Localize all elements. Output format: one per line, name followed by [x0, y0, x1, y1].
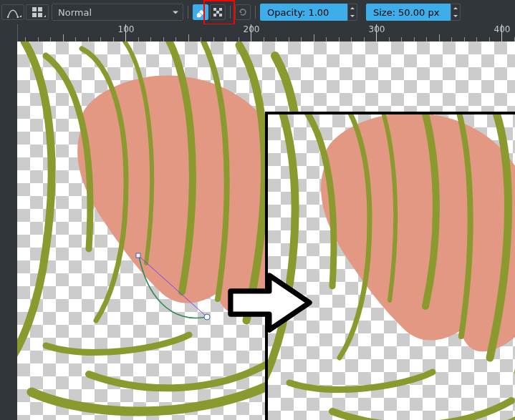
- svg-rect-3: [38, 7, 42, 11]
- svg-rect-12: [136, 253, 140, 258]
- opacity-spinner[interactable]: Opacity: 1.00: [260, 4, 357, 21]
- svg-rect-6: [213, 8, 216, 11]
- svg-rect-9: [213, 14, 216, 16]
- svg-rect-5: [38, 13, 42, 17]
- size-value: 50.00 px: [398, 7, 439, 18]
- reload-icon: [237, 6, 249, 18]
- ruler-tick-major: 300: [376, 24, 377, 41]
- opacity-stepper[interactable]: [347, 4, 357, 21]
- ruler-tick: [314, 34, 314, 41]
- eraser-mode-button[interactable]: [193, 4, 208, 20]
- artwork-after: [265, 112, 515, 420]
- size-spinner[interactable]: Size: 50.00 px: [366, 4, 461, 21]
- ruler-tick: [63, 34, 64, 41]
- eraser-icon: [195, 6, 206, 18]
- chevron-down-icon: [173, 11, 178, 14]
- alpha-lock-icon: [212, 6, 223, 18]
- reload-preset-button[interactable]: [235, 4, 251, 20]
- svg-rect-10: [219, 14, 222, 16]
- chevron-up-icon: [350, 7, 355, 9]
- canvas-area[interactable]: [17, 41, 515, 420]
- alpha-lock-button[interactable]: [210, 4, 226, 20]
- brush-presets-button[interactable]: [26, 4, 49, 20]
- svg-rect-2: [32, 7, 37, 11]
- toolbar: Normal: [0, 0, 515, 24]
- separator: [186, 4, 190, 21]
- ruler-tick-major: 200: [251, 24, 251, 41]
- ruler-tick-label: 200: [241, 24, 261, 34]
- separator: [254, 4, 257, 21]
- result-panel: [265, 112, 515, 420]
- curve-tool-icon: [7, 6, 19, 18]
- brush-presets-icon: [32, 6, 43, 18]
- opacity-label: Opacity:: [267, 7, 305, 18]
- svg-rect-4: [32, 13, 37, 17]
- curve-tool-button[interactable]: [1, 4, 24, 20]
- blend-mode-dropdown[interactable]: Normal: [52, 4, 183, 21]
- ruler-vertical: [0, 41, 17, 420]
- chevron-down-icon: [350, 15, 355, 17]
- ruler-horizontal: 100200300400: [0, 24, 515, 41]
- ruler-tick-label: 300: [367, 24, 387, 34]
- size-label: Size:: [373, 7, 395, 18]
- ruler-tick-major: 400: [501, 24, 502, 41]
- ruler-tick-label: 100: [116, 24, 136, 34]
- svg-rect-8: [219, 8, 222, 11]
- chevron-down-icon: [453, 15, 458, 17]
- svg-rect-7: [216, 11, 219, 14]
- comparison-arrow-icon: [225, 267, 318, 338]
- svg-point-13: [204, 314, 210, 320]
- blend-mode-value: Normal: [58, 7, 92, 18]
- size-stepper[interactable]: [451, 4, 461, 21]
- ruler-tick: [439, 34, 440, 41]
- ruler-tick-major: 100: [125, 24, 126, 41]
- opacity-value: 1.00: [308, 7, 329, 18]
- ruler-tick-label: 400: [492, 24, 512, 34]
- chevron-up-icon: [453, 7, 458, 9]
- ruler-corner: [0, 24, 18, 41]
- ruler-tick: [188, 34, 189, 41]
- separator: [228, 4, 232, 21]
